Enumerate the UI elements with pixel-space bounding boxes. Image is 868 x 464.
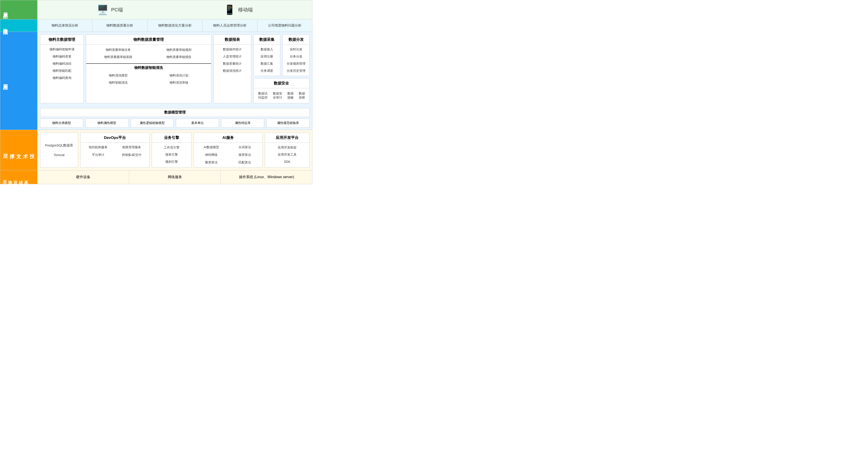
quality-sub1: 物料质量审核任务 物料质量审核规则 物料质量最审核策路 物料质量审核报告 [86,44,211,62]
ai-service-section: AI服务 AI数据模型 分词算法 神经网络 推荐算法 聚类算法 匹配算法 [194,133,263,167]
data-report-3: 数据清洗统计 [214,67,251,74]
distribute-2: 分发规则管理 [283,60,309,67]
pc-label: PC端 [111,6,123,13]
decision-content: 物料总体情况分析 物料数据质量分析 物料数据优化方案分析 物料人员运维管理分析 … [37,20,312,32]
data-distribute-title: 数据分发 [283,35,309,44]
tech-row: 技 术 支 撑 层 PostgreSQL数据库 Tomcat DevOps平台 … [0,130,312,170]
data-collect-items: 数据接入 应用注册 数据汇集 任务调度 [254,44,280,76]
mobile-end: 📱 移动端 [224,4,253,15]
material-item-3: 物料智能匹配 [40,67,84,74]
quality-item-3: 物料质量审核报告 [149,54,209,61]
distribute-1: 任务分发 [283,53,309,60]
mobile-label: 移动端 [238,6,253,13]
app-platform-title: 应用开发平台 [265,133,309,143]
devops-3: 持续集成/交付 [115,152,148,158]
collect-distribute-row: 数据采集 数据接入 应用注册 数据汇集 任务调度 数据分发 [253,35,309,76]
presentation-row: 展示层 🖥️ PC端 📱 移动端 [0,0,312,20]
application-content: 物料主数据管理 物料编码智能申请 物料编码变更 物料编码冻结 物料智能匹配 物料… [37,32,312,106]
quality-clean-3: 物料清洗审核 [149,79,209,86]
pc-icon: 🖥️ [97,4,108,15]
data-report-1: 人是管理统计 [214,53,251,60]
data-security-title: 数据安全 [254,78,309,88]
security-1: 数据安全审计 [270,90,285,101]
model-item-1: 物料属性模型 [86,119,128,128]
mobile-icon: 📱 [224,4,236,15]
material-quality-section: 物料数据质量管理 物料质量审核任务 物料质量审核规则 物料质量最审核策路 物料质… [86,35,211,103]
model-item-5: 属性规范校验库 [267,119,309,128]
infra-content: 硬件设备 网络服务 操作系统 (Linux、Windows server) [37,170,312,184]
ai-4: 聚类算法 [195,159,228,166]
business-engine-title: 业务引擎 [152,133,191,143]
ai-1: 分词算法 [228,144,261,151]
decision-item-4: 物料人员运维管理分析 [203,20,257,32]
tech-label: 技 术 支 撑 层 [0,130,37,170]
data-security-section: 数据安全 数据访问监控 数据安全审计 数据脱敏 数据加密 [253,78,309,103]
data-model-title: 数据模型管理 [40,108,309,117]
platform-0: 应用开发框架 [265,144,309,151]
business-engine-items: 工作流引擎 报表引擎 规则引擎 [152,143,191,167]
infra-0: 硬件设备 [37,170,129,184]
devops-items: 组织机构服务 权限管理服务 平台审计 持续集成/交付 [81,143,149,160]
data-security-items: 数据访问监控 数据安全审计 数据脱敏 数据加密 [254,88,309,103]
quality-sub2: 物料数据智能清洗 物料清洗模型 物料清洗计划 物料智能清洗 物料清洗审核 [86,63,211,88]
model-item-2: 属性逻辑校验模型 [131,119,174,128]
ai-5: 匹配算法 [228,159,261,166]
presentation-content: 🖥️ PC端 📱 移动端 [37,0,312,19]
quality-clean-1: 物料清洗计划 [149,72,209,79]
business-engine-section: 业务引擎 工作流引擎 报表引擎 规则引擎 [152,133,191,167]
model-item-4: 属性特征库 [221,119,264,128]
tech-db-1: Tomcat [52,152,67,158]
data-columns: 数据报表 数据操作统计 人是管理统计 数据质量统计 数据清洗统计 [214,35,309,103]
ai-3: 推荐算法 [228,152,261,158]
data-model-content: 数据模型管理 物料分类模型 物料属性模型 属性逻辑校验模型 基本单位 属性特征库… [37,106,312,130]
quality-sub2-title: 物料数据智能清洗 [86,64,211,72]
decision-item-3: 物料数据优化方案分析 [148,20,203,32]
model-item-3: 基本单位 [176,119,219,128]
platform-2: SDK [265,158,309,165]
quality-item-1: 物料质量审核规则 [149,46,209,54]
decision-label: 决策层 [0,20,37,32]
devops-0: 组织机构服务 [82,144,115,151]
data-report-2: 数据质量统计 [214,60,251,67]
collect-0: 数据接入 [254,46,280,53]
quality-grid: 物料质量审核任务 物料质量审核规则 物料质量最审核策路 物料质量审核报告 [88,46,209,61]
quality-clean-0: 物料清洗模型 [88,72,149,79]
data-collect-section: 数据采集 数据接入 应用注册 数据汇集 任务调度 [253,35,280,76]
decision-row: 决策层 物料总体情况分析 物料数据质量分析 物料数据优化方案分析 物料人员运维管… [0,20,312,32]
material-master-items: 物料编码智能申请 物料编码变更 物料编码冻结 物料智能匹配 物料编码查询 [40,44,84,83]
devops-title: DevOps平台 [81,133,149,143]
security-0: 数据访问监控 [255,90,270,101]
devops-2: 平台审计 [82,152,115,158]
ai-service-title: AI服务 [194,133,262,143]
infra-row: 基 础 设 施 层 硬件设备 网络服务 操作系统 (Linux、Windows … [0,170,312,184]
data-report-items: 数据操作统计 人是管理统计 数据质量统计 数据清洗统计 [214,44,251,76]
collect-2: 数据汇集 [254,60,280,67]
presentation-label: 展示层 [0,0,37,20]
quality-item-0: 物料质量审核任务 [88,46,149,54]
data-distribute-section: 数据分发 实时分发 任务分发 分发规则管理 分发历史管理 [282,35,309,76]
decision-item-5: 公司维度物料问题分析 [257,20,312,32]
data-model-items: 物料分类模型 物料属性模型 属性逻辑校验模型 基本单位 属性特征库 属性规范校验… [40,119,309,128]
tech-content: PostgreSQL数据库 Tomcat DevOps平台 组织机构服务 权限管… [37,130,312,170]
ai-2: 神经网络 [195,152,228,158]
material-master-title: 物料主数据管理 [40,35,84,44]
quality-item-2: 物料质量最审核策路 [88,54,149,61]
data-report-title: 数据报表 [214,35,251,44]
infra-2: 操作系统 (Linux、Windows server) [221,170,312,184]
ai-0: AI数据模型 [195,144,228,151]
security-3: 数据加密 [296,90,308,101]
material-item-1: 物料编码变更 [40,53,84,60]
architecture-diagram: 展示层 🖥️ PC端 📱 移动端 决策层 物料总体情况分析 物料数据质量分析 [0,0,312,184]
data-collect-title: 数据采集 [254,35,280,44]
quality-clean-2: 物料智能清洗 [88,79,149,86]
material-item-2: 物料编码冻结 [40,60,84,67]
engine-0: 工作流引擎 [152,144,191,151]
platform-1: 应用开发工具 [265,151,309,158]
tech-db-section: PostgreSQL数据库 Tomcat [40,133,78,167]
application-row: 应用层 物料主数据管理 物料编码智能申请 物料编码变更 物料编码冻结 物料智能匹… [0,32,312,130]
engine-2: 规则引擎 [152,158,191,165]
infra-1: 网络服务 [129,170,221,184]
quality-sub2-items: 物料清洗模型 物料清洗计划 物料智能清洗 物料清洗审核 [86,72,211,88]
collect-1: 应用注册 [254,53,280,60]
distribute-0: 实时分发 [283,46,309,53]
